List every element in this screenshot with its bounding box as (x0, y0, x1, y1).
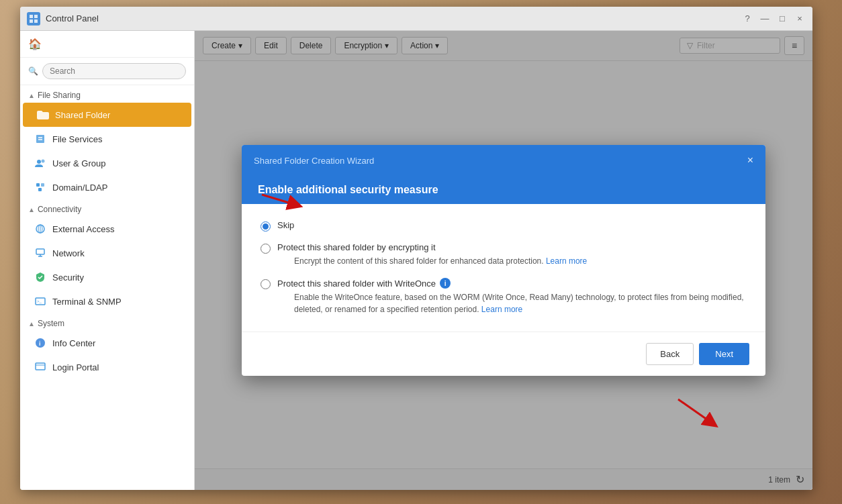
modal-dialog: Shared Folder Creation Wizard × Enable a… (242, 145, 765, 376)
network-label: Network (52, 248, 85, 258)
modal-section-header: Enable additional security measure (242, 176, 765, 204)
help-button[interactable]: ? (741, 13, 753, 25)
writeonce-label-container: Protect this shared folder with WriteOnc… (277, 278, 747, 289)
svg-point-8 (42, 160, 45, 163)
svg-rect-11 (38, 188, 42, 191)
window-title: Control Panel (46, 13, 741, 23)
window-controls: ? — □ × (741, 13, 806, 25)
back-button[interactable]: Back (646, 343, 694, 365)
writeonce-label: Protect this shared folder with WriteOnc… (277, 279, 436, 289)
svg-rect-4 (36, 135, 44, 143)
sidebar-item-file-services[interactable]: File Services (20, 127, 194, 151)
close-button[interactable]: × (794, 13, 806, 25)
search-icon: 🔍 (28, 66, 38, 76)
chevron-up-icon-2: ▲ (28, 206, 35, 213)
info-center-label: Info Center (52, 338, 95, 348)
shared-folder-label: Shared Folder (55, 110, 110, 120)
writeonce-option: Protect this shared folder with WriteOnc… (261, 278, 747, 315)
sidebar-item-network[interactable]: Network (20, 241, 194, 265)
content-area: Create ▾ Edit Delete Encryption ▾ Action… (195, 31, 812, 490)
modal-close-button[interactable]: × (747, 154, 753, 166)
writeonce-radio[interactable] (261, 279, 271, 289)
encrypt-learn-more-link[interactable]: Learn more (546, 256, 587, 266)
skip-radio[interactable] (261, 221, 271, 232)
skip-option: Skip (261, 220, 747, 232)
user-group-icon (34, 156, 47, 170)
main-content: 🏠 🔍 ▲ File Sharing Shared Folder (20, 31, 812, 490)
sidebar-item-user-group[interactable]: User & Group (20, 151, 194, 175)
sidebar-item-login-portal[interactable]: Login Portal (20, 355, 194, 379)
encrypt-radio[interactable] (261, 244, 271, 254)
sidebar-item-security[interactable]: Security (20, 265, 194, 289)
svg-text:>_: >_ (37, 299, 42, 303)
external-access-label: External Access (52, 224, 115, 234)
sidebar-item-external-access[interactable]: External Access (20, 217, 194, 241)
chevron-up-icon: ▲ (28, 92, 35, 99)
sidebar-search-container: 🔍 (20, 58, 194, 85)
skip-option-content: Skip (277, 220, 294, 230)
title-bar: Control Panel ? — □ × (20, 7, 812, 31)
sidebar-item-shared-folder[interactable]: Shared Folder (23, 103, 191, 127)
encrypt-option-content: Protect this shared folder by encrypting… (277, 242, 587, 267)
connectivity-section-header[interactable]: ▲ Connectivity (20, 199, 194, 217)
file-services-icon (34, 132, 47, 146)
svg-rect-3 (34, 19, 38, 23)
svg-rect-0 (30, 15, 33, 18)
info-center-icon: i (34, 336, 47, 350)
svg-text:i: i (39, 340, 41, 347)
home-icon: 🏠 (28, 38, 42, 50)
svg-point-7 (37, 160, 41, 164)
sidebar-item-domain-ldap[interactable]: Domain/LDAP (20, 175, 194, 199)
security-label: Security (52, 272, 84, 283)
skip-label: Skip (277, 220, 294, 230)
file-sharing-section-header[interactable]: ▲ File Sharing (20, 85, 194, 103)
terminal-icon: >_ (34, 295, 47, 308)
search-input[interactable] (42, 63, 186, 79)
encrypt-option: Protect this shared folder by encrypting… (261, 242, 747, 267)
control-panel-window: Control Panel ? — □ × 🏠 🔍 ▲ File Sharing (20, 7, 812, 490)
svg-rect-1 (34, 15, 38, 18)
security-icon (34, 270, 47, 284)
svg-rect-9 (36, 183, 40, 187)
minimize-button[interactable]: — (759, 13, 771, 25)
svg-rect-15 (36, 249, 44, 254)
modal-overlay: Shared Folder Creation Wizard × Enable a… (195, 31, 812, 490)
system-section-label: System (38, 319, 64, 328)
writeonce-option-content: Protect this shared folder with WriteOnc… (277, 278, 747, 315)
domain-icon (34, 181, 47, 194)
sidebar-item-info-center[interactable]: i Info Center (20, 331, 194, 355)
sidebar-item-terminal-snmp[interactable]: >_ Terminal & SNMP (20, 289, 194, 313)
encrypt-description: Encrypt the content of this shared folde… (294, 255, 587, 267)
domain-ldap-label: Domain/LDAP (52, 183, 107, 193)
modal-body: Skip Protect this shared folder by encry… (242, 204, 765, 332)
modal-header: Shared Folder Creation Wizard × (242, 145, 765, 176)
svg-rect-2 (30, 19, 33, 23)
terminal-snmp-label: Terminal & SNMP (52, 297, 122, 307)
network-icon (34, 246, 47, 260)
file-sharing-section-label: File Sharing (38, 91, 81, 100)
modal-header-title: Shared Folder Creation Wizard (254, 156, 374, 166)
svg-rect-10 (41, 183, 44, 187)
modal-footer: Back Next (242, 332, 765, 376)
maximize-button[interactable]: □ (776, 13, 788, 25)
chevron-up-icon-3: ▲ (28, 320, 35, 327)
app-icon (27, 12, 40, 26)
user-group-label: User & Group (52, 158, 105, 168)
next-button[interactable]: Next (699, 343, 749, 365)
modal-section-title: Enable additional security measure (258, 184, 438, 195)
writeonce-info-icon[interactable]: i (440, 278, 451, 289)
system-section-header[interactable]: ▲ System (20, 313, 194, 331)
radio-group: Skip Protect this shared folder by encry… (261, 220, 747, 315)
writeonce-learn-more-link[interactable]: Learn more (481, 305, 522, 314)
sidebar-home-button[interactable]: 🏠 (20, 31, 194, 58)
encrypt-label: Protect this shared folder by encrypting… (277, 242, 587, 252)
file-services-label: File Services (52, 134, 102, 144)
connectivity-section-label: Connectivity (38, 205, 81, 214)
login-portal-icon (34, 360, 47, 374)
login-portal-label: Login Portal (52, 362, 99, 372)
svg-rect-22 (36, 363, 45, 370)
sidebar: 🏠 🔍 ▲ File Sharing Shared Folder (20, 31, 195, 490)
external-access-icon (34, 222, 47, 236)
shared-folder-icon (36, 108, 50, 121)
writeonce-description: Enable the WriteOnce feature, based on t… (294, 291, 747, 315)
